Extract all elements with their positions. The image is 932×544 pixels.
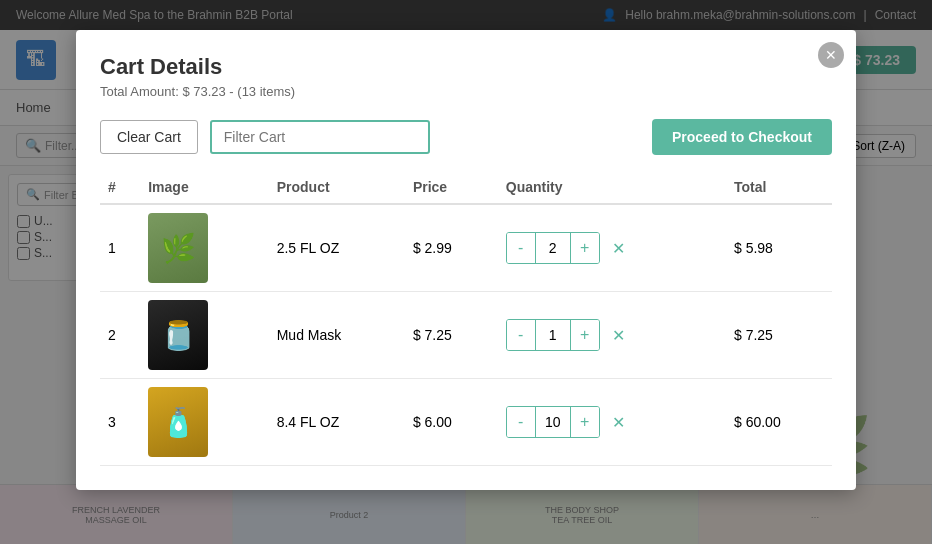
row-image: 🧴 — [140, 379, 268, 466]
qty-control: - + — [506, 406, 600, 438]
row-total: $ 7.25 — [726, 292, 832, 379]
row-num: 3 — [100, 379, 140, 466]
row-product: Mud Mask — [269, 292, 405, 379]
row-product: 2.5 FL OZ — [269, 204, 405, 292]
col-total: Total — [726, 171, 832, 204]
qty-input[interactable] — [535, 407, 571, 437]
row-quantity: - + ✕ — [498, 379, 726, 466]
table-row: 1 🌿 2.5 FL OZ $ 2.99 - + ✕ $ 5.98 — [100, 204, 832, 292]
qty-control: - + — [506, 319, 600, 351]
row-total: $ 60.00 — [726, 379, 832, 466]
qty-decrease-button[interactable]: - — [507, 320, 535, 350]
row-image: 🫙 — [140, 292, 268, 379]
qty-input[interactable] — [535, 320, 571, 350]
modal-subtitle: Total Amount: $ 73.23 - (13 items) — [100, 84, 832, 99]
remove-item-button[interactable]: ✕ — [612, 326, 625, 345]
row-num: 2 — [100, 292, 140, 379]
qty-input[interactable] — [535, 233, 571, 263]
qty-increase-button[interactable]: + — [571, 320, 599, 350]
clear-cart-button[interactable]: Clear Cart — [100, 120, 198, 154]
modal-overlay: ✕ Cart Details Total Amount: $ 73.23 - (… — [0, 0, 932, 544]
remove-item-button[interactable]: ✕ — [612, 413, 625, 432]
row-price: $ 6.00 — [405, 379, 498, 466]
cart-table: # Image Product Price Quantity Total 1 🌿… — [100, 171, 832, 466]
qty-decrease-button[interactable]: - — [507, 233, 535, 263]
modal-title: Cart Details — [100, 54, 832, 80]
modal-toolbar: Clear Cart Proceed to Checkout — [100, 119, 832, 155]
qty-increase-button[interactable]: + — [571, 233, 599, 263]
table-row: 3 🧴 8.4 FL OZ $ 6.00 - + ✕ $ 60.00 — [100, 379, 832, 466]
remove-item-button[interactable]: ✕ — [612, 239, 625, 258]
filter-cart-input[interactable] — [210, 120, 430, 154]
qty-decrease-button[interactable]: - — [507, 407, 535, 437]
qty-control: - + — [506, 232, 600, 264]
col-quantity: Quantity — [498, 171, 726, 204]
qty-increase-button[interactable]: + — [571, 407, 599, 437]
row-total: $ 5.98 — [726, 204, 832, 292]
row-price: $ 2.99 — [405, 204, 498, 292]
modal-close-button[interactable]: ✕ — [818, 42, 844, 68]
col-image: Image — [140, 171, 268, 204]
table-row: 2 🫙 Mud Mask $ 7.25 - + ✕ $ 7.25 — [100, 292, 832, 379]
row-num: 1 — [100, 204, 140, 292]
cart-modal: ✕ Cart Details Total Amount: $ 73.23 - (… — [76, 30, 856, 490]
row-quantity: - + ✕ — [498, 204, 726, 292]
row-product: 8.4 FL OZ — [269, 379, 405, 466]
checkout-button[interactable]: Proceed to Checkout — [652, 119, 832, 155]
row-price: $ 7.25 — [405, 292, 498, 379]
col-num: # — [100, 171, 140, 204]
row-image: 🌿 — [140, 204, 268, 292]
row-quantity: - + ✕ — [498, 292, 726, 379]
col-price: Price — [405, 171, 498, 204]
col-product: Product — [269, 171, 405, 204]
